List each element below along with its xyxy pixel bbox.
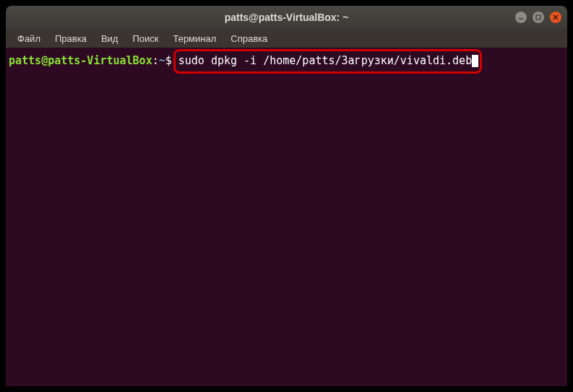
terminal-window: patts@patts-VirtualBox: ~ (6, 6, 567, 386)
terminal-command: sudo dpkg -i /home/patts/Загрузки/vivald… (178, 54, 472, 69)
window-controls (515, 12, 561, 23)
svg-rect-1 (536, 15, 540, 19)
terminal-cursor (472, 55, 478, 67)
prompt-line: patts@patts-VirtualBox:~$ sudo dpkg -i /… (9, 49, 564, 74)
command-highlight-box: sudo dpkg -i /home/patts/Загрузки/vivald… (173, 49, 482, 74)
close-icon (553, 14, 559, 20)
minimize-icon (518, 14, 524, 20)
window-title: patts@patts-VirtualBox: ~ (225, 12, 349, 23)
maximize-button[interactable] (533, 12, 544, 23)
prompt-colon: : (152, 54, 159, 69)
menu-search[interactable]: Поиск (126, 32, 164, 45)
window-titlebar[interactable]: patts@patts-VirtualBox: ~ (6, 6, 567, 29)
minimize-button[interactable] (515, 12, 527, 23)
menu-file[interactable]: Файл (12, 32, 46, 45)
close-button[interactable] (550, 12, 561, 23)
maximize-icon (535, 14, 541, 20)
prompt-path: ~ (159, 54, 165, 69)
menu-view[interactable]: Вид (95, 32, 124, 45)
menu-terminal[interactable]: Терминал (167, 32, 222, 45)
prompt-user-host: patts@patts-VirtualBox (9, 54, 152, 69)
terminal-content[interactable]: patts@patts-VirtualBox:~$ sudo dpkg -i /… (6, 48, 567, 386)
prompt-symbol: $ (165, 54, 172, 69)
menu-edit[interactable]: Правка (49, 32, 92, 45)
menu-help[interactable]: Справка (225, 32, 273, 45)
screenshot-frame: patts@patts-VirtualBox: ~ (0, 0, 573, 392)
menubar: Файл Правка Вид Поиск Терминал Справка (6, 29, 567, 48)
